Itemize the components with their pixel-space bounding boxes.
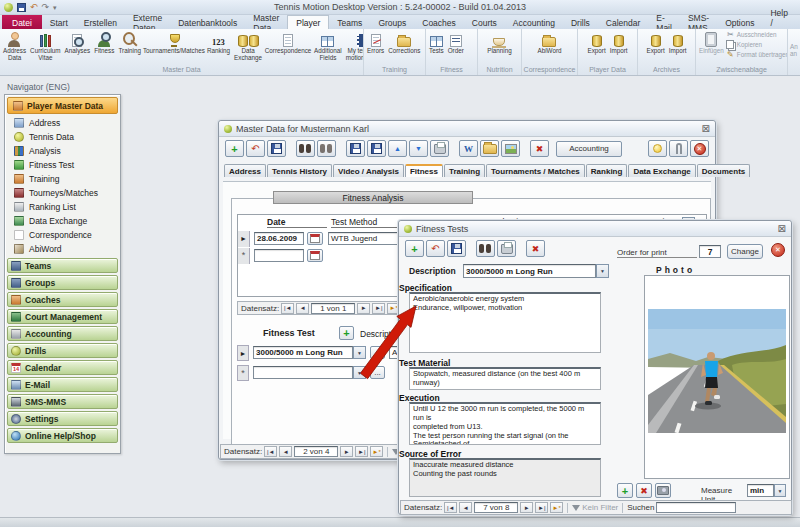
- tab-options[interactable]: Options: [717, 15, 762, 29]
- app-logo-tennis-ball-icon[interactable]: [4, 3, 13, 12]
- delete-record-button[interactable]: ✖: [526, 240, 545, 257]
- redo-icon[interactable]: ↷: [42, 3, 50, 12]
- save-button[interactable]: [267, 140, 286, 157]
- ribbon-archive-export-button[interactable]: Export: [644, 30, 666, 55]
- save-close-button[interactable]: [367, 140, 386, 157]
- record-position[interactable]: 2 von 4: [294, 446, 338, 457]
- row-selector-current[interactable]: ►: [237, 345, 249, 361]
- tab-drills[interactable]: Drills: [563, 15, 598, 29]
- description-dropdown[interactable]: ▼: [596, 264, 609, 278]
- tab-start[interactable]: Start: [42, 15, 76, 29]
- ribbon-paste-button[interactable]: Einfügen: [697, 30, 726, 55]
- fitness-window-close-icon[interactable]: ⊠: [778, 224, 786, 234]
- tab-fitness[interactable]: Fitness: [405, 164, 443, 177]
- delete-photo-button[interactable]: ✖: [636, 483, 652, 498]
- record-new-button[interactable]: ►*: [550, 502, 563, 513]
- master-window-titlebar[interactable]: Master Data for Mustermann Karl ⊠: [219, 121, 715, 137]
- sidebar-section-teams[interactable]: Teams: [7, 258, 118, 273]
- app-titlebar[interactable]: ↶ ↷ ▾ Tennis Motion Desktop Version : 5.…: [0, 0, 800, 15]
- fitness-test-combo-empty[interactable]: [253, 366, 353, 379]
- sidebar-section-calendar[interactable]: 14Calendar: [7, 360, 118, 375]
- ribbon-archive-import-button[interactable]: Import: [667, 30, 689, 55]
- order-for-print-field[interactable]: 7: [699, 245, 721, 258]
- print-button[interactable]: [430, 140, 449, 157]
- sidebar-item-analysis[interactable]: Analysis: [7, 144, 118, 158]
- tab-externe-daten[interactable]: Externe Daten: [125, 15, 170, 29]
- sidebar-section-coaches[interactable]: Coaches: [7, 292, 118, 307]
- record-next-button[interactable]: ►: [520, 502, 533, 513]
- quick-save-icon[interactable]: [17, 3, 26, 12]
- date-field-empty[interactable]: [254, 249, 304, 262]
- sidebar-item-tennis-data[interactable]: Tennis Data: [7, 130, 118, 144]
- close-form-button[interactable]: ✕: [771, 243, 785, 257]
- word-export-button[interactable]: W: [459, 140, 478, 157]
- documents-folder-button[interactable]: [480, 140, 499, 157]
- sidebar-item-tourneys-matches[interactable]: Tourneys/Matches: [7, 186, 118, 200]
- fitness-test-combo[interactable]: 3000/5000 m Long Run: [253, 346, 353, 359]
- sidebar-item-data-exchange[interactable]: Data Exchange: [7, 214, 118, 228]
- tab-data-exchange[interactable]: Data Exchange: [628, 164, 695, 177]
- source-of-error-textarea[interactable]: Inaccurate measured distance Counting th…: [409, 458, 601, 497]
- execution-textarea[interactable]: Until U 12 the 3000 m run is completed, …: [409, 402, 601, 445]
- fitness-window-titlebar[interactable]: Fitness Tests ⊠: [399, 221, 791, 237]
- ribbon-curriculum-vitae-button[interactable]: Curriculum Vitae: [28, 30, 62, 62]
- record-prev-button[interactable]: ◄: [459, 502, 472, 513]
- tab-address[interactable]: Address: [224, 164, 266, 177]
- ribbon-address-data-button[interactable]: Address Data: [1, 30, 28, 62]
- record-first-button[interactable]: |◄: [281, 303, 294, 314]
- sidebar-section-sms-mms[interactable]: SMS-MMS: [7, 394, 118, 409]
- tab-documents[interactable]: Documents: [697, 164, 751, 177]
- sidebar-item-training[interactable]: Training: [7, 172, 118, 186]
- record-position[interactable]: 1 von 1: [311, 303, 355, 314]
- tab-datei[interactable]: Datei: [2, 15, 42, 29]
- print-button[interactable]: [497, 240, 516, 257]
- ribbon-training-button[interactable]: Training: [116, 30, 143, 55]
- save-record-button[interactable]: [346, 140, 365, 157]
- measure-unit-combo[interactable]: min: [747, 484, 774, 497]
- close-form-button[interactable]: ✕: [690, 140, 709, 157]
- tab-video-analysis[interactable]: Video / Analysis: [333, 164, 404, 177]
- ribbon-cut-button[interactable]: ✂ Ausschneiden: [726, 30, 788, 39]
- filter-state[interactable]: Kein Filter: [582, 503, 618, 512]
- tab-help-shop[interactable]: Help / Shop: [762, 15, 800, 29]
- move-up-button[interactable]: ▲: [388, 140, 407, 157]
- add-record-button[interactable]: +: [225, 140, 244, 157]
- date-field[interactable]: 28.06.2009: [254, 232, 304, 245]
- record-prev-button[interactable]: ◄: [296, 303, 309, 314]
- tab-email[interactable]: E-Mail: [648, 15, 680, 29]
- sidebar-section-online-help-shop[interactable]: Online Help/Shop: [7, 428, 118, 443]
- record-last-button[interactable]: ►|: [535, 502, 548, 513]
- sidebar-section-accounting[interactable]: Accounting: [7, 326, 118, 341]
- sidebar-item-ranking-list[interactable]: Ranking List: [7, 200, 118, 214]
- search-input[interactable]: [656, 502, 736, 513]
- ribbon-planning-button[interactable]: Planning: [485, 30, 514, 55]
- row-selector-new[interactable]: *: [238, 248, 250, 264]
- tab-coaches[interactable]: Coaches: [414, 15, 464, 29]
- description-combo[interactable]: 3000/5000 m Long Run: [463, 264, 596, 278]
- sidebar-section-email[interactable]: E-Mail: [7, 377, 118, 392]
- tab-calendar[interactable]: Calendar: [598, 15, 649, 29]
- tab-courts[interactable]: Courts: [464, 15, 505, 29]
- undo-button[interactable]: ↶: [426, 240, 445, 257]
- column-header-date[interactable]: Date: [267, 217, 327, 228]
- tab-groups[interactable]: Groups: [370, 15, 414, 29]
- master-window-close-icon[interactable]: ⊠: [702, 124, 710, 134]
- delete-record-button[interactable]: ✖: [530, 140, 549, 157]
- sidebar-item-address[interactable]: Address: [7, 116, 118, 130]
- add-photo-button[interactable]: +: [617, 483, 633, 498]
- tab-master-data[interactable]: Master Data: [245, 15, 287, 29]
- photo-import-button[interactable]: [655, 483, 671, 498]
- date-picker-button[interactable]: [307, 249, 323, 262]
- undo-button[interactable]: ↶: [246, 140, 265, 157]
- sidebar-section-groups[interactable]: Groups: [7, 275, 118, 290]
- tab-sms-mms[interactable]: SMS-MMS: [680, 15, 717, 29]
- hint-button[interactable]: [648, 140, 667, 157]
- tab-accounting[interactable]: Accounting: [505, 15, 563, 29]
- ribbon-additional-fields-button[interactable]: Additional Fields: [312, 30, 344, 62]
- tab-erstellen[interactable]: Erstellen: [76, 15, 125, 29]
- ribbon-format-painter-button[interactable]: ✎ Format übertragen: [726, 50, 788, 59]
- qat-customize-icon[interactable]: ▾: [53, 3, 57, 12]
- test-material-textarea[interactable]: Stopwatch, measured distance (on the bes…: [409, 367, 601, 390]
- record-first-button[interactable]: |◄: [264, 446, 277, 457]
- tab-ranking[interactable]: Ranking: [586, 164, 628, 177]
